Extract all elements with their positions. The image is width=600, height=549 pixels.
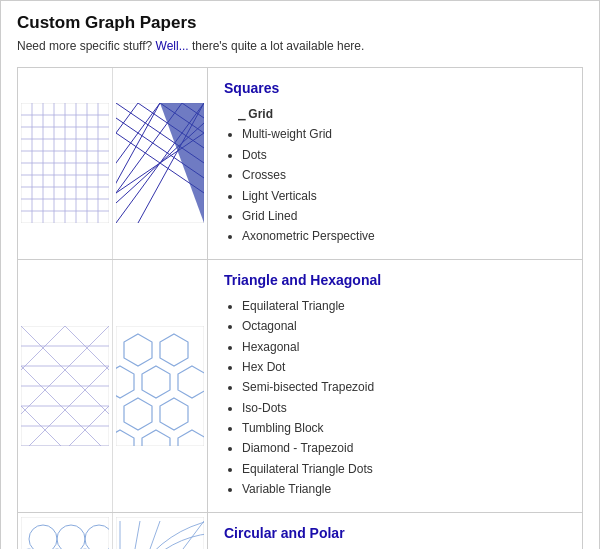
preview-left-triangle	[18, 260, 113, 512]
subtitle-link[interactable]: Well...	[156, 39, 189, 53]
circular-preview-right-svg	[116, 517, 204, 549]
preview-area-squares	[18, 68, 208, 259]
list-item: Hexagonal	[242, 337, 566, 357]
squares-title[interactable]: Squares	[224, 80, 566, 96]
list-item: Variable Triangle	[242, 479, 566, 499]
list-item: Axonometric Perspective	[242, 226, 566, 246]
page-container: Custom Graph Papers Need more specific s…	[0, 0, 600, 549]
list-item: Octagonal	[242, 316, 566, 336]
list-item: Dots	[242, 145, 566, 165]
subtitle: Need more specific stuff? Well... there'…	[17, 39, 583, 53]
list-item: Crosses	[242, 165, 566, 185]
preview-area-circular	[18, 513, 208, 549]
list-item: Iso-Dots	[242, 398, 566, 418]
category-row-circular: Circular and Polar Circular - Hex Patter…	[17, 512, 583, 549]
circular-title[interactable]: Circular and Polar	[224, 525, 566, 541]
preview-right-circular	[113, 513, 207, 549]
squares-preview-right-svg	[116, 103, 204, 223]
preview-right-triangle	[113, 260, 207, 512]
category-row-triangle: Triangle and Hexagonal Equilateral Trian…	[17, 259, 583, 512]
svg-rect-62	[21, 517, 109, 549]
preview-left-squares	[18, 68, 113, 259]
info-area-triangle: Triangle and Hexagonal Equilateral Trian…	[208, 260, 582, 512]
list-item: Light Verticals	[242, 186, 566, 206]
preview-right-squares	[113, 68, 207, 259]
list-item: Grid Lined	[242, 206, 566, 226]
list-item: Multi-weight Grid	[242, 124, 566, 144]
squares-preview-left-svg	[21, 103, 109, 223]
list-item: Equilateral Triangle Dots	[242, 459, 566, 479]
triangle-preview-left-svg	[21, 326, 109, 446]
list-item: Equilateral Triangle	[242, 296, 566, 316]
list-item: Tumbling Block	[242, 418, 566, 438]
list-item: Diamond - Trapezoid	[242, 438, 566, 458]
squares-list: ⎯ Grid Multi-weight Grid Dots Crosses Li…	[224, 104, 566, 247]
circular-preview-left-svg	[21, 517, 109, 549]
triangle-preview-right-svg	[116, 326, 204, 446]
triangle-title[interactable]: Triangle and Hexagonal	[224, 272, 566, 288]
page-title: Custom Graph Papers	[17, 13, 583, 33]
triangle-list: Equilateral Triangle Octagonal Hexagonal…	[224, 296, 566, 500]
category-row-squares: Squares ⎯ Grid Multi-weight Grid Dots Cr…	[17, 67, 583, 259]
list-item: Hex Dot	[242, 357, 566, 377]
info-area-squares: Squares ⎯ Grid Multi-weight Grid Dots Cr…	[208, 68, 582, 259]
preview-area-triangle	[18, 260, 208, 512]
list-item: Semi-bisected Trapezoid	[242, 377, 566, 397]
info-area-circular: Circular and Polar Circular - Hex Patter…	[208, 513, 582, 549]
preview-left-circular	[18, 513, 113, 549]
list-item: ⎯ Grid	[238, 104, 566, 124]
